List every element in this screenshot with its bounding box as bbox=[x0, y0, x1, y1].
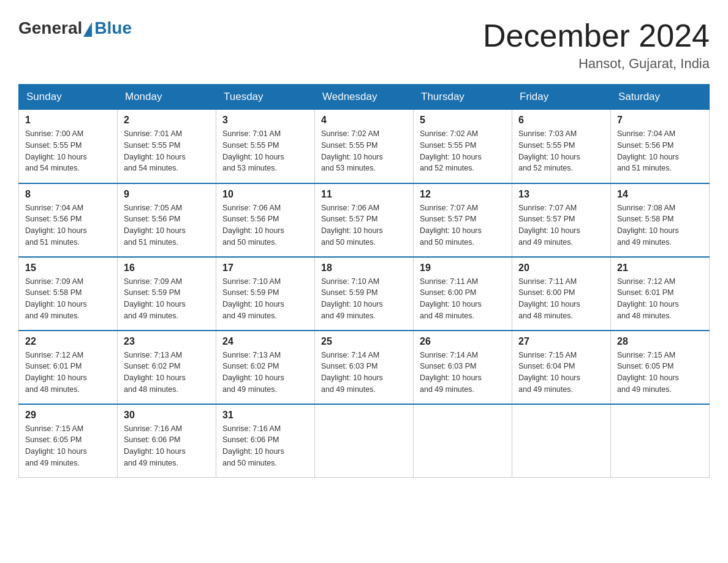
day-number: 4 bbox=[321, 115, 407, 126]
calendar-cell: 2Sunrise: 7:01 AMSunset: 5:55 PMDaylight… bbox=[118, 110, 216, 183]
day-number: 26 bbox=[420, 336, 506, 347]
title-section: December 2024 Hansot, Gujarat, India bbox=[483, 18, 710, 72]
day-info: Sunrise: 7:09 AMSunset: 5:58 PMDaylight:… bbox=[25, 276, 111, 322]
calendar-cell: 15Sunrise: 7:09 AMSunset: 5:58 PMDayligh… bbox=[19, 257, 118, 331]
calendar-week-row: 15Sunrise: 7:09 AMSunset: 5:58 PMDayligh… bbox=[19, 257, 710, 331]
calendar-cell: 23Sunrise: 7:13 AMSunset: 6:02 PMDayligh… bbox=[118, 331, 216, 404]
day-info: Sunrise: 7:08 AMSunset: 5:58 PMDaylight:… bbox=[617, 202, 703, 248]
day-info: Sunrise: 7:09 AMSunset: 5:59 PMDaylight:… bbox=[124, 276, 210, 322]
day-info: Sunrise: 7:00 AMSunset: 5:55 PMDaylight:… bbox=[25, 128, 111, 174]
day-number: 6 bbox=[518, 115, 604, 126]
calendar-table: SundayMondayTuesdayWednesdayThursdayFrid… bbox=[18, 84, 710, 478]
day-number: 2 bbox=[124, 115, 210, 126]
calendar-week-row: 1Sunrise: 7:00 AMSunset: 5:55 PMDaylight… bbox=[19, 110, 710, 183]
logo-blue-text: Blue bbox=[94, 18, 132, 38]
calendar-cell: 3Sunrise: 7:01 AMSunset: 5:55 PMDaylight… bbox=[216, 110, 315, 183]
calendar-cell: 16Sunrise: 7:09 AMSunset: 5:59 PMDayligh… bbox=[118, 257, 216, 331]
calendar-cell: 19Sunrise: 7:11 AMSunset: 6:00 PMDayligh… bbox=[414, 257, 512, 331]
calendar-cell: 26Sunrise: 7:14 AMSunset: 6:03 PMDayligh… bbox=[414, 331, 512, 404]
calendar-cell bbox=[414, 404, 512, 478]
col-header-monday: Monday bbox=[118, 85, 216, 110]
page-header: General Blue December 2024 Hansot, Gujar… bbox=[18, 18, 710, 72]
day-info: Sunrise: 7:13 AMSunset: 6:02 PMDaylight:… bbox=[124, 350, 210, 396]
logo-general-text: General bbox=[18, 18, 82, 38]
calendar-cell: 24Sunrise: 7:13 AMSunset: 6:02 PMDayligh… bbox=[216, 331, 315, 404]
col-header-friday: Friday bbox=[512, 85, 611, 110]
day-number: 10 bbox=[222, 189, 308, 200]
day-info: Sunrise: 7:06 AMSunset: 5:56 PMDaylight:… bbox=[222, 202, 308, 248]
day-info: Sunrise: 7:01 AMSunset: 5:55 PMDaylight:… bbox=[222, 128, 308, 174]
calendar-week-row: 29Sunrise: 7:15 AMSunset: 6:05 PMDayligh… bbox=[19, 404, 710, 478]
day-number: 1 bbox=[25, 115, 111, 126]
day-number: 30 bbox=[124, 410, 210, 421]
calendar-cell: 25Sunrise: 7:14 AMSunset: 6:03 PMDayligh… bbox=[315, 331, 414, 404]
day-number: 21 bbox=[617, 262, 703, 274]
day-info: Sunrise: 7:07 AMSunset: 5:57 PMDaylight:… bbox=[420, 202, 506, 248]
day-number: 8 bbox=[25, 189, 111, 200]
location-title: Hansot, Gujarat, India bbox=[483, 56, 710, 72]
day-number: 19 bbox=[420, 262, 506, 274]
day-number: 27 bbox=[518, 336, 604, 347]
calendar-cell: 31Sunrise: 7:16 AMSunset: 6:06 PMDayligh… bbox=[216, 404, 315, 478]
calendar-cell: 10Sunrise: 7:06 AMSunset: 5:56 PMDayligh… bbox=[216, 183, 315, 257]
calendar-cell: 9Sunrise: 7:05 AMSunset: 5:56 PMDaylight… bbox=[118, 183, 216, 257]
calendar-cell: 21Sunrise: 7:12 AMSunset: 6:01 PMDayligh… bbox=[611, 257, 710, 331]
calendar-week-row: 8Sunrise: 7:04 AMSunset: 5:56 PMDaylight… bbox=[19, 183, 710, 257]
col-header-saturday: Saturday bbox=[611, 85, 710, 110]
col-header-sunday: Sunday bbox=[19, 85, 118, 110]
day-info: Sunrise: 7:11 AMSunset: 6:00 PMDaylight:… bbox=[518, 276, 604, 322]
calendar-cell bbox=[512, 404, 611, 478]
day-number: 14 bbox=[617, 189, 703, 200]
calendar-cell bbox=[315, 404, 414, 478]
day-number: 11 bbox=[321, 189, 407, 200]
calendar-week-row: 22Sunrise: 7:12 AMSunset: 6:01 PMDayligh… bbox=[19, 331, 710, 404]
calendar-cell: 27Sunrise: 7:15 AMSunset: 6:04 PMDayligh… bbox=[512, 331, 611, 404]
day-number: 5 bbox=[420, 115, 506, 126]
calendar-cell: 7Sunrise: 7:04 AMSunset: 5:56 PMDaylight… bbox=[611, 110, 710, 183]
day-info: Sunrise: 7:15 AMSunset: 6:05 PMDaylight:… bbox=[25, 423, 111, 469]
calendar-cell: 6Sunrise: 7:03 AMSunset: 5:55 PMDaylight… bbox=[512, 110, 611, 183]
day-number: 31 bbox=[222, 410, 308, 421]
calendar-cell: 4Sunrise: 7:02 AMSunset: 5:55 PMDaylight… bbox=[315, 110, 414, 183]
day-number: 9 bbox=[124, 189, 210, 200]
calendar-cell: 12Sunrise: 7:07 AMSunset: 5:57 PMDayligh… bbox=[414, 183, 512, 257]
day-info: Sunrise: 7:13 AMSunset: 6:02 PMDaylight:… bbox=[222, 350, 308, 396]
day-info: Sunrise: 7:02 AMSunset: 5:55 PMDaylight:… bbox=[420, 128, 506, 174]
day-number: 12 bbox=[420, 189, 506, 200]
calendar-cell: 8Sunrise: 7:04 AMSunset: 5:56 PMDaylight… bbox=[19, 183, 118, 257]
day-info: Sunrise: 7:14 AMSunset: 6:03 PMDaylight:… bbox=[321, 350, 407, 396]
day-number: 16 bbox=[124, 262, 210, 274]
day-number: 3 bbox=[222, 115, 308, 126]
day-info: Sunrise: 7:04 AMSunset: 5:56 PMDaylight:… bbox=[617, 128, 703, 174]
day-info: Sunrise: 7:06 AMSunset: 5:57 PMDaylight:… bbox=[321, 202, 407, 248]
calendar-cell: 20Sunrise: 7:11 AMSunset: 6:00 PMDayligh… bbox=[512, 257, 611, 331]
day-info: Sunrise: 7:16 AMSunset: 6:06 PMDaylight:… bbox=[124, 423, 210, 469]
calendar-cell: 13Sunrise: 7:07 AMSunset: 5:57 PMDayligh… bbox=[512, 183, 611, 257]
logo-triangle-icon bbox=[83, 22, 92, 37]
logo: General Blue bbox=[18, 18, 132, 38]
day-info: Sunrise: 7:12 AMSunset: 6:01 PMDaylight:… bbox=[25, 350, 111, 396]
day-number: 29 bbox=[25, 410, 111, 421]
calendar-cell: 30Sunrise: 7:16 AMSunset: 6:06 PMDayligh… bbox=[118, 404, 216, 478]
calendar-cell: 1Sunrise: 7:00 AMSunset: 5:55 PMDaylight… bbox=[19, 110, 118, 183]
day-info: Sunrise: 7:01 AMSunset: 5:55 PMDaylight:… bbox=[124, 128, 210, 174]
day-info: Sunrise: 7:16 AMSunset: 6:06 PMDaylight:… bbox=[222, 423, 308, 469]
calendar-cell: 29Sunrise: 7:15 AMSunset: 6:05 PMDayligh… bbox=[19, 404, 118, 478]
day-number: 20 bbox=[518, 262, 604, 274]
calendar-cell: 11Sunrise: 7:06 AMSunset: 5:57 PMDayligh… bbox=[315, 183, 414, 257]
day-info: Sunrise: 7:14 AMSunset: 6:03 PMDaylight:… bbox=[420, 350, 506, 396]
day-info: Sunrise: 7:04 AMSunset: 5:56 PMDaylight:… bbox=[25, 202, 111, 248]
day-info: Sunrise: 7:10 AMSunset: 5:59 PMDaylight:… bbox=[321, 276, 407, 322]
day-info: Sunrise: 7:07 AMSunset: 5:57 PMDaylight:… bbox=[518, 202, 604, 248]
day-info: Sunrise: 7:12 AMSunset: 6:01 PMDaylight:… bbox=[617, 276, 703, 322]
col-header-tuesday: Tuesday bbox=[216, 85, 315, 110]
month-title: December 2024 bbox=[483, 18, 710, 53]
day-number: 22 bbox=[25, 336, 111, 347]
col-header-thursday: Thursday bbox=[414, 85, 512, 110]
day-info: Sunrise: 7:11 AMSunset: 6:00 PMDaylight:… bbox=[420, 276, 506, 322]
day-number: 18 bbox=[321, 262, 407, 274]
calendar-cell: 5Sunrise: 7:02 AMSunset: 5:55 PMDaylight… bbox=[414, 110, 512, 183]
calendar-header-row: SundayMondayTuesdayWednesdayThursdayFrid… bbox=[19, 85, 710, 110]
day-number: 25 bbox=[321, 336, 407, 347]
calendar-cell: 17Sunrise: 7:10 AMSunset: 5:59 PMDayligh… bbox=[216, 257, 315, 331]
